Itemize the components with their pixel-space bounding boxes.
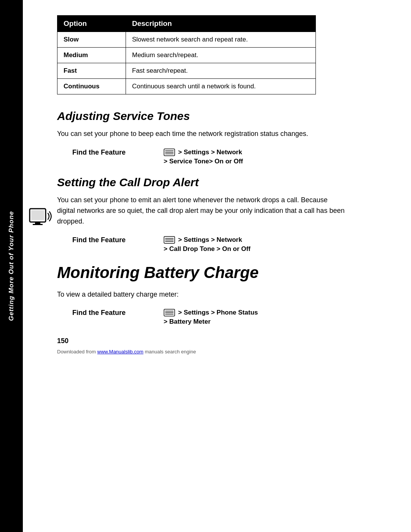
table-cell-option: Slow [57, 32, 126, 48]
path-1b-text: > Service Tone> On or Off [164, 158, 243, 165]
section3-title: Monitoring Battery Charge [57, 264, 388, 282]
table-cell-description: Fast search/repeat. [126, 63, 316, 79]
path-3b-text: > Battery Meter [164, 318, 210, 326]
section1-body: You can set your phone to beep each time… [57, 129, 346, 139]
section2-title: Setting the Call Drop Alert [57, 176, 388, 189]
section-call-drop: Setting the Call Drop Alert You can set … [57, 176, 388, 253]
table-row: ContinuousContinuous search until a netw… [57, 79, 316, 94]
svg-rect-2 [35, 222, 40, 224]
sidebar-label: Getting More Out of Your Phone [8, 211, 15, 321]
footer-link[interactable]: www.Manualslib.com [97, 349, 143, 355]
section-service-tones: Adjusting Service Tones You can set your… [57, 110, 388, 165]
options-table: Option Description SlowSlowest network s… [57, 15, 316, 94]
find-feature-row-2: Find the Feature > Settings > Network [57, 236, 388, 253]
svg-rect-1 [31, 210, 44, 220]
table-cell-option: Continuous [57, 79, 126, 94]
section2-body: You can set your phone to emit an alert … [57, 195, 346, 227]
table-cell-description: Continuous search until a network is fou… [126, 79, 316, 94]
find-feature-label-1: Find the Feature [72, 149, 156, 157]
col-option-header: Option [57, 16, 126, 32]
path-2b-text: > Call Drop Tone > On or Off [164, 245, 250, 253]
find-feature-row-3: Find the Feature > Settings > Phone Stat… [57, 309, 388, 326]
menu-icon-2 [164, 236, 175, 244]
col-description-header: Description [126, 16, 316, 32]
find-feature-label-2: Find the Feature [72, 236, 156, 244]
find-feature-path-2: > Settings > Network > Call Drop Tone > … [164, 236, 250, 253]
path-line-3a: > Settings > Phone Status [164, 309, 258, 316]
sidebar: Getting More Out of Your Phone [0, 0, 23, 532]
main-content: Option Description SlowSlowest network s… [57, 11, 388, 355]
path-1a-text: > Settings > Network [178, 149, 242, 156]
path-line-2a: > Settings > Network [164, 236, 250, 244]
section1-title: Adjusting Service Tones [57, 110, 388, 123]
footer-text-before: Downloaded from [57, 349, 97, 355]
path-3a-text: > Settings > Phone Status [178, 309, 258, 316]
path-line-1b: > Service Tone> On or Off [164, 158, 243, 165]
footer: Downloaded from www.Manualslib.com manua… [57, 349, 388, 355]
table-cell-option: Fast [57, 63, 126, 79]
table-row: MediumMedium search/repeat. [57, 48, 316, 63]
find-feature-path-1: > Settings > Network > Service Tone> On … [164, 149, 243, 165]
table-cell-option: Medium [57, 48, 126, 63]
find-feature-path-3: > Settings > Phone Status > Battery Mete… [164, 309, 258, 326]
page-container: Getting More Out of Your Phone Option De… [0, 0, 411, 532]
table-cell-description: Medium search/repeat. [126, 48, 316, 63]
section3-body: To view a detailed battery charge meter: [57, 289, 346, 300]
table-cell-description: Slowest network search and repeat rate. [126, 32, 316, 48]
find-feature-row-1: Find the Feature > Settings > Network [57, 149, 388, 165]
phone-icon [27, 206, 53, 232]
section-battery: Monitoring Battery Charge To view a deta… [57, 264, 388, 326]
footer-text-after: manuals search engine [143, 349, 196, 355]
path-line-2b: > Call Drop Tone > On or Off [164, 245, 250, 253]
path-2a-text: > Settings > Network [178, 236, 242, 244]
find-feature-label-3: Find the Feature [72, 309, 156, 317]
menu-icon-3 [164, 309, 175, 316]
path-line-1a: > Settings > Network [164, 149, 243, 156]
table-wrapper: Option Description SlowSlowest network s… [57, 15, 388, 94]
table-row: SlowSlowest network search and repeat ra… [57, 32, 316, 48]
table-row: FastFast search/repeat. [57, 63, 316, 79]
svg-rect-3 [33, 224, 43, 225]
path-line-3b: > Battery Meter [164, 318, 258, 326]
menu-icon-1 [164, 149, 175, 156]
page-number: 150 [57, 337, 388, 345]
phone-icon-area [23, 202, 57, 236]
